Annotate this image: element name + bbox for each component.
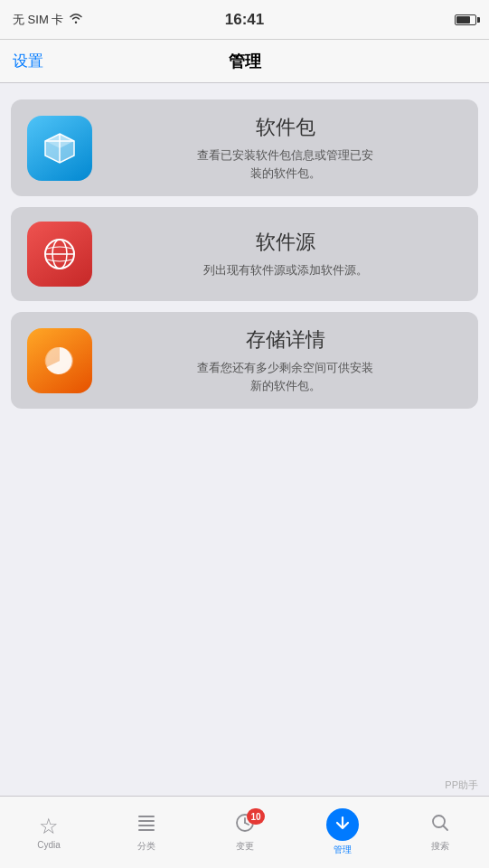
nav-bar: 设置 管理 [0,40,489,83]
storage-card[interactable]: 存储详情 查看您还有多少剩余空间可供安装新的软件包。 [11,312,478,409]
page-title: 管理 [229,51,261,72]
cydia-icon: ☆ [39,816,59,837]
wifi-icon [69,13,83,26]
package-icon [27,116,92,181]
status-left: 无 SIM 卡 [13,12,83,28]
storage-title: 存储详情 [108,326,462,354]
sources-text: 软件源 列出现有软件源或添加软件源。 [108,229,462,279]
search-label: 搜索 [431,840,449,853]
status-right [455,14,476,25]
battery-icon [455,14,476,25]
svg-rect-10 [138,816,155,817]
tab-category[interactable]: 分类 [98,812,195,853]
tab-changes[interactable]: 10 变更 [195,812,293,853]
sources-card[interactable]: 软件源 列出现有软件源或添加软件源。 [11,207,478,301]
storage-desc: 查看您还有多少剩余空间可供安装新的软件包。 [108,359,462,394]
tab-manage[interactable]: 管理 [294,808,391,856]
tab-bar: ☆ Cydia 分类 10 变更 [0,796,489,868]
category-icon [136,812,157,837]
category-label: 分类 [137,840,155,853]
tab-cydia[interactable]: ☆ Cydia [0,816,98,850]
sources-title: 软件源 [108,229,462,256]
manage-icon [334,815,352,835]
packages-card[interactable]: 软件包 查看已安装软件包信息或管理已安装的软件包。 [11,99,478,196]
svg-rect-13 [138,829,155,831]
tab-search[interactable]: 搜索 [391,812,489,853]
svg-rect-11 [138,820,155,822]
svg-rect-12 [138,825,155,826]
manage-active-circle [326,808,359,841]
packages-desc: 查看已安装软件包信息或管理已安装的软件包。 [108,146,462,182]
main-content: 软件包 查看已安装软件包信息或管理已安装的软件包。 软件源 列出现有软件源或添加… [0,83,489,425]
back-button[interactable]: 设置 [13,51,43,71]
sources-desc: 列出现有软件源或添加软件源。 [108,261,462,279]
manage-label: 管理 [334,844,352,856]
storage-icon [27,328,92,393]
svg-line-16 [245,823,249,825]
search-icon [429,812,451,837]
watermark: PP助手 [445,778,478,792]
svg-line-18 [443,826,447,831]
storage-text: 存储详情 查看您还有多少剩余空间可供安装新的软件包。 [108,326,462,394]
status-time: 16:41 [225,11,264,29]
changes-label: 变更 [236,840,254,853]
packages-text: 软件包 查看已安装软件包信息或管理已安装的软件包。 [108,114,462,182]
packages-title: 软件包 [108,114,462,141]
status-bar: 无 SIM 卡 16:41 [0,0,489,40]
cydia-label: Cydia [37,840,61,850]
source-icon [27,222,92,287]
carrier-text: 无 SIM 卡 [13,12,63,28]
changes-badge: 10 [247,808,264,825]
